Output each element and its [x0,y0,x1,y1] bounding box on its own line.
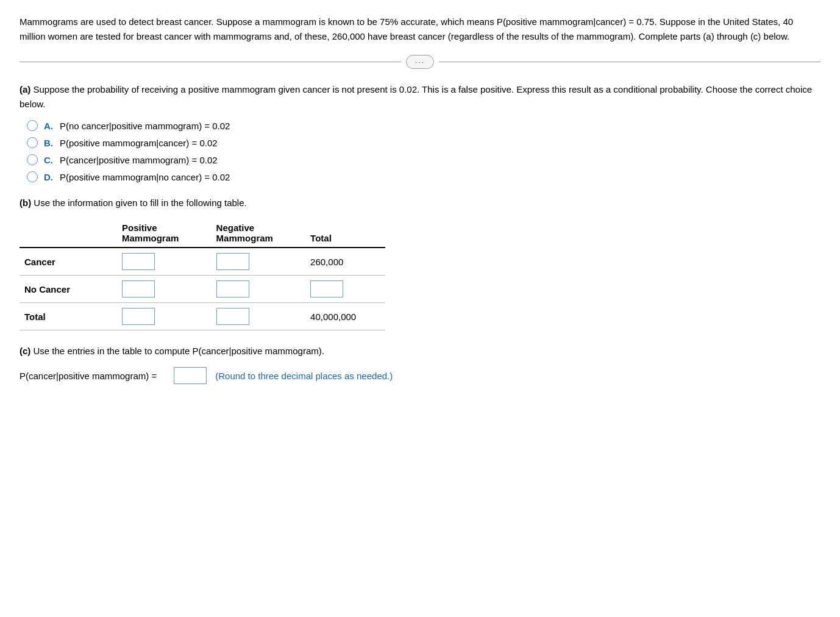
table-row-0: Cancer260,000 [20,248,385,276]
input-neg-1[interactable] [216,280,249,298]
table-header-3: Total [305,219,385,248]
radio-b[interactable] [27,137,38,148]
table-header-1: PositiveMammogram [117,219,212,248]
divider-area: ··· [20,55,820,69]
option-text-1: P(positive mammogram|cancer) = 0.02 [60,138,218,148]
part-a-intro-body: Suppose the probability of receiving a p… [20,84,812,109]
row-neg-2[interactable] [212,303,306,330]
option-letter-3: D. [44,172,56,182]
part-b-intro-body: Use the information given to fill in the… [34,198,246,208]
row-pos-1[interactable] [117,276,212,303]
divider-line-right [439,62,820,62]
option-text-0: P(no cancer|positive mammogram) = 0.02 [60,121,230,131]
option-item-c[interactable]: C.P(cancer|positive mammogram) = 0.02 [27,154,820,165]
option-item-a[interactable]: A.P(no cancer|positive mammogram) = 0.02 [27,120,820,131]
table-header-2: NegativeMammogram [212,219,306,248]
round-note: (Round to three decimal places as needed… [215,371,393,381]
row-label-2: Total [20,303,117,330]
table-header-0 [20,219,117,248]
input-neg-2[interactable] [216,308,249,325]
part-b: (b) Use the information given to fill in… [20,196,820,330]
row-pos-0[interactable] [117,248,212,276]
radio-d[interactable] [27,171,38,182]
input-total-1[interactable] [310,280,343,298]
part-a-intro: (a) Suppose the probability of receiving… [20,82,820,112]
static-total-2: 40,000,000 [310,312,356,322]
part-c-equation-row: P(cancer|positive mammogram) = (Round to… [20,367,820,384]
intro-text: Mammograms are used to detect breast can… [20,15,820,44]
option-letter-2: C. [44,155,56,165]
part-a-label: (a) [20,84,30,95]
part-c-equation-label: P(cancer|positive mammogram) = [20,371,157,381]
row-total-2: 40,000,000 [305,303,385,330]
part-c-intro-body: Use the entries in the table to compute … [34,346,324,356]
row-pos-2[interactable] [117,303,212,330]
data-table: PositiveMammogramNegativeMammogramTotalC… [20,219,385,330]
divider-line-left [20,62,401,62]
option-text-3: P(positive mammogram|no cancer) = 0.02 [60,172,230,182]
table-row-1: No Cancer [20,276,385,303]
row-label-1: No Cancer [20,276,117,303]
input-pos-2[interactable] [122,308,155,325]
table-row-2: Total40,000,000 [20,303,385,330]
divider-button[interactable]: ··· [406,55,435,69]
part-c-label: (c) [20,346,30,356]
input-pos-0[interactable] [122,253,155,270]
option-item-d[interactable]: D.P(positive mammogram|no cancer) = 0.02 [27,171,820,182]
row-label-0: Cancer [20,248,117,276]
row-neg-0[interactable] [212,248,306,276]
option-text-2: P(cancer|positive mammogram) = 0.02 [60,155,218,165]
part-c: (c) Use the entries in the table to comp… [20,344,820,384]
row-total-0: 260,000 [305,248,385,276]
option-item-b[interactable]: B.P(positive mammogram|cancer) = 0.02 [27,137,820,148]
part-b-intro: (b) Use the information given to fill in… [20,196,820,210]
radio-a[interactable] [27,120,38,131]
options-list: A.P(no cancer|positive mammogram) = 0.02… [27,120,820,182]
option-letter-0: A. [44,121,56,131]
input-neg-0[interactable] [216,253,249,270]
part-b-label: (b) [20,198,31,208]
input-pos-1[interactable] [122,280,155,298]
row-total-1[interactable] [305,276,385,303]
row-neg-1[interactable] [212,276,306,303]
part-c-answer-input[interactable] [174,367,207,384]
option-letter-1: B. [44,138,56,148]
radio-c[interactable] [27,154,38,165]
part-a: (a) Suppose the probability of receiving… [20,82,820,182]
part-c-intro: (c) Use the entries in the table to comp… [20,344,820,358]
static-total-0: 260,000 [310,257,343,267]
